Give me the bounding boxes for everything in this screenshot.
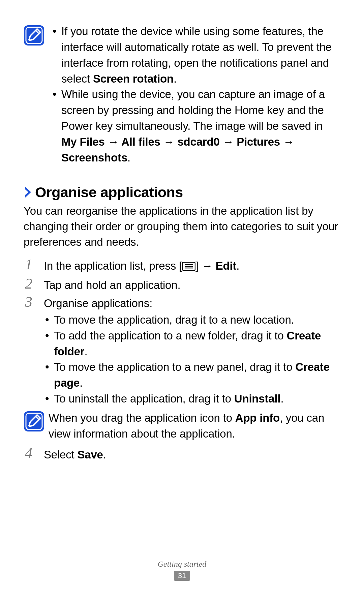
bullet-bold: Uninstall bbox=[234, 392, 281, 405]
bullet-text: . bbox=[80, 377, 83, 389]
step-text: . bbox=[103, 448, 106, 461]
step-bullet-item: To move the application to a new panel, … bbox=[44, 359, 340, 391]
step-text: ] → bbox=[195, 260, 216, 272]
note-bullet-list: If you rotate the device while using som… bbox=[50, 24, 340, 166]
section-heading: Organise applications bbox=[24, 184, 340, 201]
note-text: When you drag the application icon to bbox=[49, 412, 235, 424]
step-number: 3 bbox=[24, 294, 44, 310]
page-footer: Getting started 31 bbox=[0, 560, 364, 581]
note-bold: My Files → All files → sdcard0 → Picture… bbox=[61, 136, 294, 164]
step-text: In the application list, press [ bbox=[44, 260, 182, 272]
step-number: 2 bbox=[24, 276, 44, 292]
manual-page: If you rotate the device while using som… bbox=[0, 0, 364, 597]
note-content: If you rotate the device while using som… bbox=[50, 24, 340, 166]
note-bullet-item: While using the device, you can capture … bbox=[50, 87, 340, 166]
note-text: While using the device, you can capture … bbox=[61, 88, 325, 132]
bullet-text: . bbox=[280, 392, 283, 405]
step-item: 1 In the application list, press [] → Ed… bbox=[24, 257, 340, 275]
note-bold: App info bbox=[235, 412, 280, 424]
note-block-top: If you rotate the device while using som… bbox=[24, 24, 340, 166]
bullet-text: To move the application to a new panel, … bbox=[54, 361, 295, 373]
note-icon bbox=[24, 411, 44, 432]
bullet-text: To move the application, drag it to a ne… bbox=[54, 314, 294, 326]
step-number: 4 bbox=[24, 445, 44, 461]
note-text: . bbox=[127, 151, 130, 164]
note-bold: Screen rotation bbox=[93, 72, 174, 85]
step-bold: Edit bbox=[216, 260, 237, 272]
bullet-text: . bbox=[84, 345, 87, 358]
bullet-text: To add the application to a new folder, … bbox=[54, 329, 287, 342]
step-text: Tap and hold an application. bbox=[44, 279, 180, 291]
menu-key-icon bbox=[182, 259, 195, 275]
note-icon bbox=[24, 25, 44, 46]
step-bullet-item: To move the application, drag it to a ne… bbox=[44, 312, 340, 328]
step-bullet-item: To uninstall the application, drag it to… bbox=[44, 391, 340, 407]
step-bullet-list: To move the application, drag it to a ne… bbox=[44, 312, 340, 407]
note-text: . bbox=[174, 72, 177, 85]
step-body: Select Save. bbox=[44, 445, 340, 463]
note-block-inline: When you drag the application icon to Ap… bbox=[24, 410, 340, 442]
chevron-right-icon bbox=[24, 185, 33, 199]
step-body: Organise applications: To move the appli… bbox=[44, 294, 340, 407]
note-bullet-item: If you rotate the device while using som… bbox=[50, 24, 340, 87]
step-body: Tap and hold an application. bbox=[44, 276, 340, 293]
step-body: In the application list, press [] → Edit… bbox=[44, 257, 340, 275]
step-item: 3 Organise applications: To move the app… bbox=[24, 294, 340, 407]
section-intro: You can reorganise the applications in t… bbox=[24, 203, 340, 250]
step-bold: Save bbox=[78, 448, 103, 461]
step-bullet-item: To add the application to a new folder, … bbox=[44, 328, 340, 360]
page-number: 31 bbox=[174, 571, 190, 581]
step-text: . bbox=[236, 260, 239, 272]
step-item: 4 Select Save. bbox=[24, 445, 340, 463]
step-text: Organise applications: bbox=[44, 297, 152, 309]
footer-section-label: Getting started bbox=[0, 560, 364, 569]
heading-text: Organise applications bbox=[35, 184, 183, 201]
inline-note-text: When you drag the application icon to Ap… bbox=[49, 410, 340, 442]
step-text: Select bbox=[44, 448, 78, 461]
step-number: 1 bbox=[24, 257, 44, 273]
bullet-text: To uninstall the application, drag it to bbox=[54, 392, 234, 405]
step-item: 2 Tap and hold an application. bbox=[24, 276, 340, 293]
